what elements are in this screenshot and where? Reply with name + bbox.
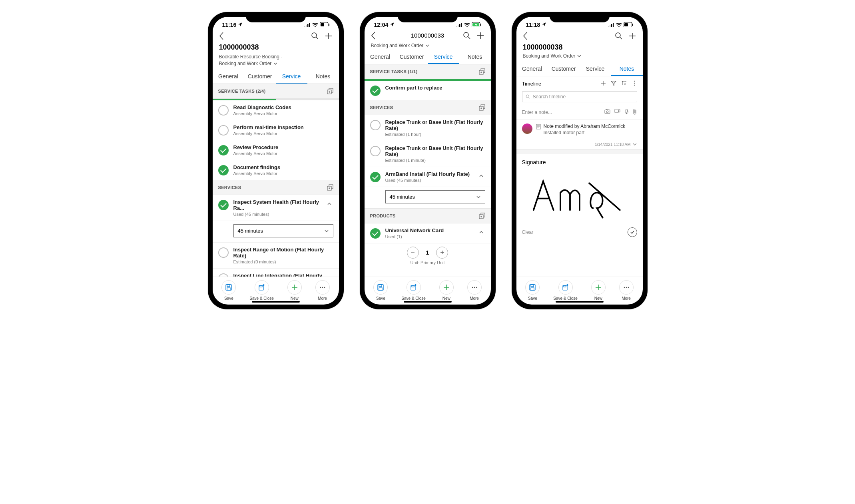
increment-button[interactable]: +: [436, 247, 448, 259]
save-button[interactable]: Save: [525, 280, 540, 301]
enter-note-input[interactable]: Enter a note...: [516, 106, 643, 120]
tab-notes[interactable]: Notes: [307, 69, 339, 84]
add-service-icon[interactable]: [327, 184, 333, 191]
task-row[interactable]: Review ProcedureAssembly Servo Motor: [213, 140, 339, 160]
product-row[interactable]: Universal Network CardUsed (1): [365, 223, 491, 243]
collapse-icon[interactable]: [477, 227, 485, 238]
service-row[interactable]: Inspect Line Integration (Flat Hourly Ra…: [213, 269, 339, 277]
new-button[interactable]: New: [439, 280, 454, 301]
service-row[interactable]: Inspect Range of Motion (Flat Hourly Rat…: [213, 242, 339, 269]
new-button[interactable]: New: [287, 280, 302, 301]
add-task-icon[interactable]: [327, 88, 333, 94]
note-entry[interactable]: Note modified by Abraham McCormick Insta…: [516, 120, 643, 149]
check-circle[interactable]: [218, 247, 229, 258]
search-icon[interactable]: [463, 32, 471, 40]
check-circle[interactable]: [370, 120, 381, 130]
tab-notes[interactable]: Notes: [611, 62, 643, 76]
form-switcher[interactable]: Booking and Work Order: [371, 43, 430, 48]
attach-icon[interactable]: [633, 109, 637, 116]
svg-rect-6: [321, 23, 324, 26]
content-scroll[interactable]: SERVICE TASKS (2/4) Read Diagnostic Code…: [213, 84, 339, 277]
task-row[interactable]: Document findingsAssembly Servo Motor: [213, 160, 339, 180]
camera-icon[interactable]: [604, 109, 610, 116]
more-button[interactable]: More: [467, 280, 482, 301]
form-switcher[interactable]: Booking and Work Order: [523, 53, 582, 59]
add-icon[interactable]: [476, 32, 484, 40]
tab-general[interactable]: General: [365, 50, 396, 64]
wifi-icon: [616, 23, 622, 27]
save-button[interactable]: Save: [373, 280, 388, 301]
check-circle[interactable]: [370, 172, 381, 182]
service-row[interactable]: Replace Trunk or Base Unit (Flat Hourly …: [365, 141, 491, 167]
content-scroll[interactable]: SERVICE TASKS (1/1) Confirm part to repl…: [365, 64, 491, 277]
save-close-button[interactable]: Save & Close: [249, 280, 274, 301]
back-button[interactable]: [371, 32, 376, 40]
check-circle[interactable]: [218, 125, 229, 135]
tab-service[interactable]: Service: [428, 50, 459, 64]
service-row[interactable]: Inspect System Health (Flat Hourly Ra...…: [213, 195, 339, 221]
check-circle[interactable]: [218, 145, 229, 155]
signature-canvas[interactable]: [522, 169, 637, 221]
save-button[interactable]: Save: [221, 280, 236, 301]
tab-service[interactable]: Service: [580, 62, 611, 76]
collapse-icon[interactable]: [477, 171, 485, 181]
tab-customer[interactable]: Customer: [244, 69, 276, 84]
svg-rect-95: [531, 288, 534, 290]
home-indicator[interactable]: [404, 301, 452, 303]
more-button[interactable]: More: [619, 280, 634, 301]
add-product-icon[interactable]: [479, 213, 485, 219]
more-button[interactable]: More: [315, 280, 330, 301]
new-button[interactable]: New: [591, 280, 606, 301]
video-icon[interactable]: [614, 109, 620, 116]
search-icon[interactable]: [311, 32, 319, 40]
check-circle[interactable]: [370, 228, 381, 239]
search-timeline-input[interactable]: Search timeline: [522, 91, 637, 102]
check-circle[interactable]: [218, 165, 229, 175]
add-icon[interactable]: [628, 32, 636, 40]
check-circle[interactable]: [370, 86, 381, 96]
filter-icon[interactable]: [611, 80, 616, 87]
duration-dropdown[interactable]: 45 minutes: [385, 190, 485, 203]
chevron-down-icon[interactable]: [632, 142, 637, 147]
check-circle[interactable]: [218, 200, 229, 210]
add-service-icon[interactable]: [479, 104, 485, 111]
tab-general[interactable]: General: [516, 62, 548, 76]
svg-point-81: [634, 85, 634, 86]
collapse-icon[interactable]: [325, 199, 333, 209]
task-row[interactable]: Confirm part to replace: [365, 81, 491, 100]
home-indicator[interactable]: [556, 301, 604, 303]
back-button[interactable]: [219, 32, 224, 40]
decrement-button[interactable]: −: [407, 247, 419, 259]
search-icon[interactable]: [615, 32, 623, 40]
service-row[interactable]: Replace Trunk or Base Unit (Flat Hourly …: [365, 115, 491, 141]
content-scroll[interactable]: Timeline Search timeline Enter a note...…: [516, 76, 643, 277]
duration-dropdown[interactable]: 45 minutes: [233, 224, 333, 237]
mic-icon[interactable]: [624, 109, 629, 116]
add-task-icon[interactable]: [479, 68, 485, 75]
tab-service[interactable]: Service: [276, 69, 307, 84]
back-button[interactable]: [523, 32, 528, 40]
save-close-button[interactable]: Save & Close: [553, 280, 578, 301]
plus-icon: [595, 284, 602, 291]
tab-general[interactable]: General: [213, 69, 244, 84]
check-circle[interactable]: [370, 146, 381, 156]
sort-icon[interactable]: [621, 80, 627, 87]
clear-signature-button[interactable]: Clear: [522, 229, 534, 235]
svg-line-37: [468, 37, 470, 39]
confirm-signature-button[interactable]: [628, 227, 637, 237]
tab-notes[interactable]: Notes: [459, 50, 491, 64]
check-circle[interactable]: [218, 273, 229, 277]
overflow-icon[interactable]: [632, 80, 637, 87]
timeline-add-icon[interactable]: [600, 80, 606, 87]
svg-point-59: [472, 287, 473, 288]
add-icon[interactable]: [325, 32, 333, 40]
home-indicator[interactable]: [252, 301, 300, 303]
service-row[interactable]: ArmBand Install (Flat Hourly Rate)Used (…: [365, 167, 491, 187]
task-row[interactable]: Read Diagnostic CodesAssembly Servo Moto…: [213, 100, 339, 120]
save-close-button[interactable]: Save & Close: [401, 280, 426, 301]
task-row[interactable]: Perform real-time inspectionAssembly Ser…: [213, 120, 339, 140]
tab-customer[interactable]: Customer: [548, 62, 580, 76]
tab-customer[interactable]: Customer: [396, 50, 428, 64]
form-switcher[interactable]: Booking and Work Order: [219, 61, 278, 66]
check-circle[interactable]: [218, 105, 229, 116]
